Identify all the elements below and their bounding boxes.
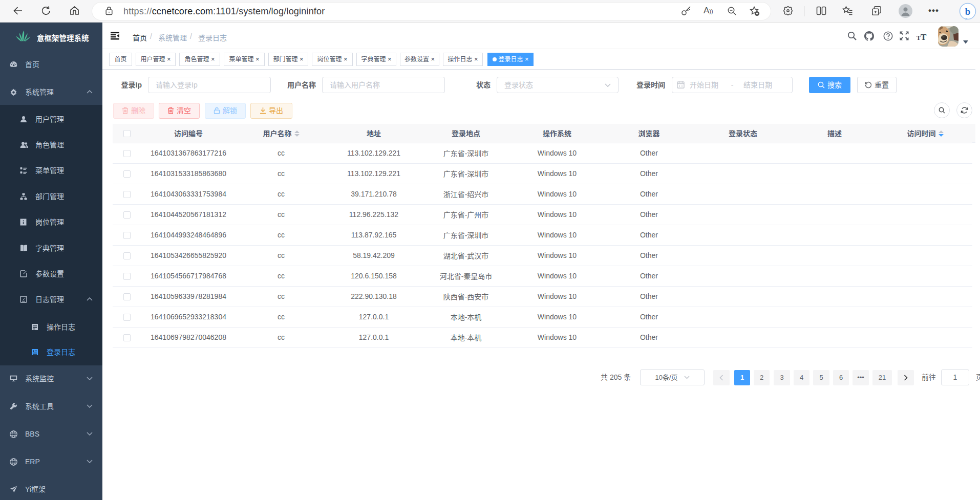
svg-text:b: b (965, 6, 971, 17)
